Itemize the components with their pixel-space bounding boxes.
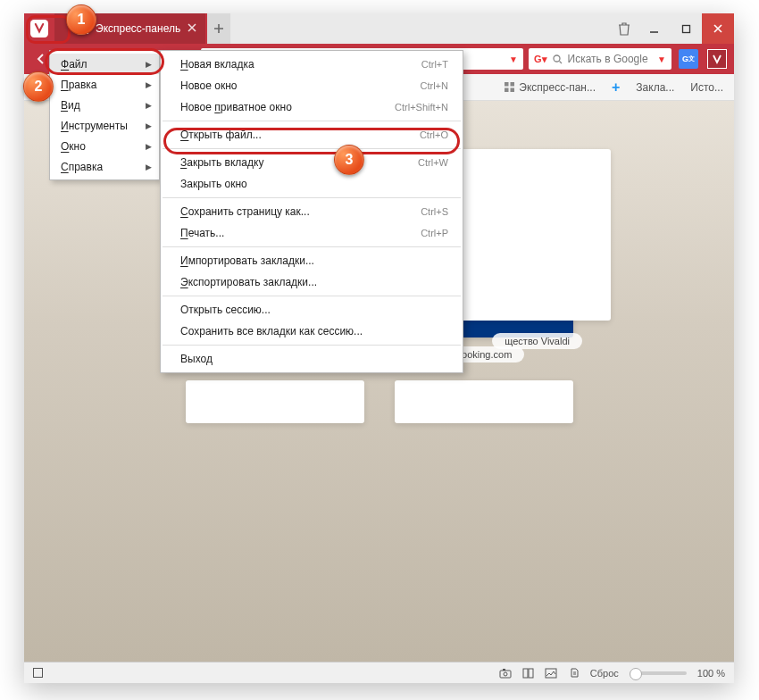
file-menu-item[interactable]: Выход [161, 348, 463, 370]
zoom-value: 100 % [697, 668, 725, 679]
titlebar: Экспресс-панель [24, 13, 734, 44]
file-menu: Новая вкладкаCtrl+TНовое окноCtrl+NНовое… [160, 50, 463, 373]
step-badge-2: 2 [23, 71, 54, 102]
search-placeholder: Искать в Google [568, 53, 653, 65]
close-window-button[interactable] [702, 13, 734, 44]
file-menu-item[interactable]: Новое приватное окноCtrl+Shift+N [161, 96, 463, 118]
file-menu-item[interactable]: Новое окноCtrl+N [161, 75, 463, 96]
bm-history-label: Исто... [690, 81, 723, 94]
bm-bookmarks[interactable]: Закла... [636, 81, 674, 94]
bm-add[interactable]: + [612, 79, 620, 96]
file-menu-item[interactable]: Импортировать закладки... [161, 250, 463, 271]
zoom-reset[interactable]: Сброс [590, 668, 619, 679]
file-menu-item[interactable]: Сохранить все вкладки как сессию... [161, 321, 463, 342]
panel-toggle[interactable] [33, 668, 43, 678]
file-menu-item[interactable]: Новая вкладкаCtrl+T [161, 54, 463, 75]
menu-item-файл[interactable]: Файл▶ [50, 54, 159, 74]
addr-dropdown-icon[interactable]: ▼ [509, 54, 518, 64]
svg-point-16 [504, 672, 507, 676]
file-menu-item[interactable]: Открыть сессию... [161, 299, 463, 321]
main-menu: Файл▶Правка▶Вид▶Инструменты▶Окно▶Справка… [49, 50, 160, 180]
extensions-button[interactable] [705, 47, 729, 71]
menu-item-вид[interactable]: Вид▶ [50, 95, 159, 115]
page-actions-icon[interactable] [568, 667, 580, 679]
menu-item-окно[interactable]: Окно▶ [50, 136, 159, 156]
step-badge-3: 3 [334, 145, 364, 175]
vivaldi-logo[interactable] [24, 13, 54, 44]
svg-rect-5 [682, 25, 689, 32]
bm-express-panel[interactable]: Экспресс-пан... [505, 81, 596, 94]
search-engine-icon[interactable]: G▾ [534, 54, 547, 65]
svg-rect-0 [30, 20, 48, 38]
minimize-button[interactable] [638, 13, 670, 44]
file-menu-item[interactable]: Экспортировать закладки... [161, 271, 463, 293]
capture-icon[interactable] [499, 668, 512, 679]
tiling-icon[interactable] [522, 668, 534, 679]
new-tab-button[interactable] [207, 13, 230, 44]
translate-badge: G [682, 54, 688, 63]
search-dropdown-icon[interactable]: ▼ [657, 54, 666, 64]
svg-rect-13 [505, 88, 509, 93]
svg-rect-11 [505, 82, 509, 87]
file-menu-item[interactable]: Открыть файл...Ctrl+O [161, 124, 463, 146]
maximize-button[interactable] [670, 13, 702, 44]
svg-point-10 [554, 55, 560, 62]
window-controls [638, 13, 734, 44]
titlebar-spacer [230, 13, 638, 44]
trash-icon[interactable] [618, 21, 630, 36]
svg-rect-19 [529, 669, 533, 678]
plus-icon: + [612, 79, 620, 96]
menu-item-инструменты[interactable]: Инструменты▶ [50, 115, 159, 136]
magnifier-icon [553, 54, 563, 64]
menu-item-справка[interactable]: Справка▶ [50, 156, 159, 177]
file-menu-item[interactable]: Закрыть вкладкуCtrl+W [161, 152, 463, 173]
step-badge-1: 1 [66, 4, 96, 35]
bm-express-label: Экспресс-пан... [519, 81, 596, 94]
svg-rect-15 [500, 671, 511, 678]
svg-rect-17 [503, 669, 505, 671]
file-menu-item[interactable]: Закрыть окно [161, 173, 463, 195]
speed-dial-icon [505, 82, 514, 92]
svg-rect-14 [511, 88, 515, 93]
status-bar: Сброс 100 % [24, 662, 734, 683]
tile-stub-1[interactable] [186, 380, 364, 423]
zoom-slider[interactable] [630, 671, 687, 675]
translate-extension[interactable]: G文 [677, 47, 700, 71]
svg-rect-18 [523, 669, 528, 678]
search-box[interactable]: G▾ Искать в Google ▼ [529, 48, 671, 70]
tile-stub-2[interactable] [395, 380, 573, 423]
menu-item-правка[interactable]: Правка▶ [50, 74, 159, 95]
svg-rect-12 [511, 82, 515, 87]
tile-vivaldi-label: щество Vivaldi [492, 333, 582, 349]
file-menu-item[interactable]: Сохранить страницу как...Ctrl+S [161, 201, 463, 222]
tab-title: Экспресс-панель [96, 22, 180, 35]
bm-bookmarks-label: Закла... [636, 81, 674, 94]
images-toggle-icon[interactable] [545, 668, 557, 679]
tab-close-icon[interactable] [186, 21, 198, 34]
bm-history[interactable]: Исто... [690, 81, 723, 94]
file-menu-item[interactable]: Печать...Ctrl+P [161, 222, 463, 244]
